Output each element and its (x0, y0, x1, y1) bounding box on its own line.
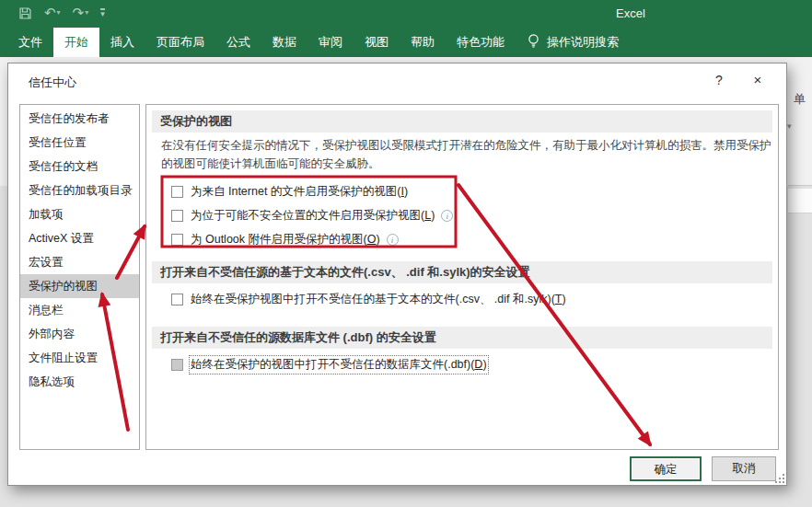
checkbox-unsafe-locations[interactable] (171, 210, 183, 222)
protected-view-settings-panel: 受保护的视图 在没有任何安全提示的情况下，受保护视图以受限模式打开潜在的危险文件… (145, 104, 779, 450)
sidebar-item-privacy-options[interactable]: 隐私选项 (20, 370, 139, 394)
tab-insert[interactable]: 插入 (99, 28, 145, 57)
checkbox-label-unsafe-locations[interactable]: 为位于可能不安全位置的文件启用受保护视图(L) (191, 208, 435, 224)
checkbox-label-outlook-attachments[interactable]: 为 Outlook 附件启用受保护的视图(O) (191, 232, 380, 248)
tab-file[interactable]: 文件 (7, 28, 53, 57)
redo-icon[interactable]: ↷▾ (73, 5, 89, 21)
save-icon[interactable] (18, 6, 32, 20)
tell-me-search[interactable]: 操作说明搜索 (527, 28, 619, 57)
tab-page-layout[interactable]: 页面布局 (145, 28, 215, 57)
help-icon[interactable]: ? (706, 69, 732, 91)
info-icon (387, 234, 399, 246)
cancel-button[interactable]: 取消 (712, 456, 776, 481)
chevron-down-icon: ▾ (787, 121, 792, 131)
resize-grip-icon[interactable] (775, 474, 784, 483)
close-icon[interactable]: × (745, 69, 771, 91)
redo-dropdown-icon[interactable]: ▾ (85, 5, 88, 21)
trust-center-dialog: 信任中心 ? × 受信任的发布者 受信任位置 受信任的文档 受信任的加载项目录 … (7, 63, 787, 486)
sidebar-item-trusted-publishers[interactable]: 受信任的发布者 (20, 107, 139, 131)
trust-center-category-list: 受信任的发布者 受信任位置 受信任的文档 受信任的加载项目录 加载项 Activ… (19, 104, 140, 450)
checkbox-outlook-attachments[interactable] (171, 234, 183, 246)
search-label: 操作说明搜索 (547, 34, 619, 51)
sidebar-item-protected-view[interactable]: 受保护的视图 (20, 274, 139, 298)
undo-icon[interactable]: ↶▾ (44, 5, 61, 21)
sidebar-item-addins[interactable]: 加载项 (20, 202, 139, 226)
sidebar-item-trusted-addin-catalogs[interactable]: 受信任的加载项目录 (20, 179, 139, 202)
customize-quick-access-icon[interactable]: ▾ (100, 8, 105, 17)
ribbon-tab-bar: 文件 开始 插入 页面布局 公式 数据 审阅 视图 帮助 特色功能 操作说明搜索 (0, 28, 812, 57)
section-header-untrusted-dbf-files: 打开来自不受信任的源数据库文件 (.dbf) 的安全设置 (152, 327, 772, 349)
ok-button[interactable]: 确定 (630, 456, 702, 481)
checkbox-row-unsafe-locations: 为位于可能不安全位置的文件启用受保护视图(L) (171, 208, 453, 224)
section-header-protected-view: 受保护的视图 (152, 110, 772, 133)
quick-access-toolbar: ↶▾ ↷▾ ▾ (18, 5, 105, 21)
formula-bar-partial (788, 189, 812, 213)
sidebar-item-activex-settings[interactable]: ActiveX 设置 (20, 226, 139, 250)
sidebar-item-macro-settings[interactable]: 宏设置 (20, 250, 139, 274)
dialog-title: 信任中心 (29, 75, 76, 91)
tab-view[interactable]: 视图 (354, 28, 400, 57)
section-header-untrusted-text-files: 打开来自不受信任源的基于文本的文件(.csv、 .dif 和.sylk)的安全设… (152, 261, 772, 283)
divider (788, 185, 812, 186)
checkbox-row-outlook-attachments: 为 Outlook 附件启用受保护的视图(O) (171, 232, 399, 248)
tab-home[interactable]: 开始 (53, 28, 99, 57)
checkbox-row-untrusted-text-files: 始终在受保护视图中打开不受信任的基于文本的文件(.csv、 .dif 和.syl… (171, 292, 566, 307)
checkbox-label-untrusted-dbf-files[interactable]: 始终在受保护的视图中打开不受信任的数据库文件(.dbf)(D) (191, 357, 487, 373)
undo-dropdown-icon[interactable]: ▾ (57, 5, 61, 21)
checkbox-row-internet-files: 为来自 Internet 的文件启用受保护的视图(I) (171, 184, 408, 200)
lightbulb-icon (527, 33, 540, 52)
tab-data[interactable]: 数据 (261, 28, 307, 57)
checkbox-label-internet-files[interactable]: 为来自 Internet 的文件启用受保护的视图(I) (191, 184, 408, 200)
protected-view-description: 在没有任何安全提示的情况下，受保护视图以受限模式打开潜在的危险文件，有助于最小化… (161, 136, 774, 173)
sidebar-item-file-block-settings[interactable]: 文件阻止设置 (20, 346, 139, 370)
sidebar-item-trusted-locations[interactable]: 受信任位置 (20, 131, 139, 155)
sidebar-item-trusted-documents[interactable]: 受信任的文档 (20, 155, 139, 179)
tab-special-features[interactable]: 特色功能 (446, 28, 516, 57)
ribbon-group-partial-label: 单 (794, 91, 806, 108)
checkbox-untrusted-dbf-files[interactable] (171, 359, 183, 371)
checkbox-row-untrusted-dbf-files: 始终在受保护的视图中打开不受信任的数据库文件(.dbf)(D) (171, 357, 487, 373)
tab-help[interactable]: 帮助 (400, 28, 446, 57)
window-title: Excel (580, 6, 681, 20)
sidebar-item-external-content[interactable]: 外部内容 (20, 322, 139, 346)
checkbox-label-untrusted-text-files[interactable]: 始终在受保护视图中打开不受信任的基于文本的文件(.csv、 .dif 和.syl… (191, 292, 566, 307)
tab-formulas[interactable]: 公式 (215, 28, 261, 57)
excel-titlebar: ↶▾ ↷▾ ▾ Excel (0, 0, 812, 28)
checkbox-internet-files[interactable] (171, 186, 183, 198)
info-icon (441, 210, 453, 222)
sidebar-item-message-bar[interactable]: 消息栏 (20, 298, 139, 322)
checkbox-untrusted-text-files[interactable] (171, 294, 183, 305)
tab-review[interactable]: 审阅 (307, 28, 354, 57)
